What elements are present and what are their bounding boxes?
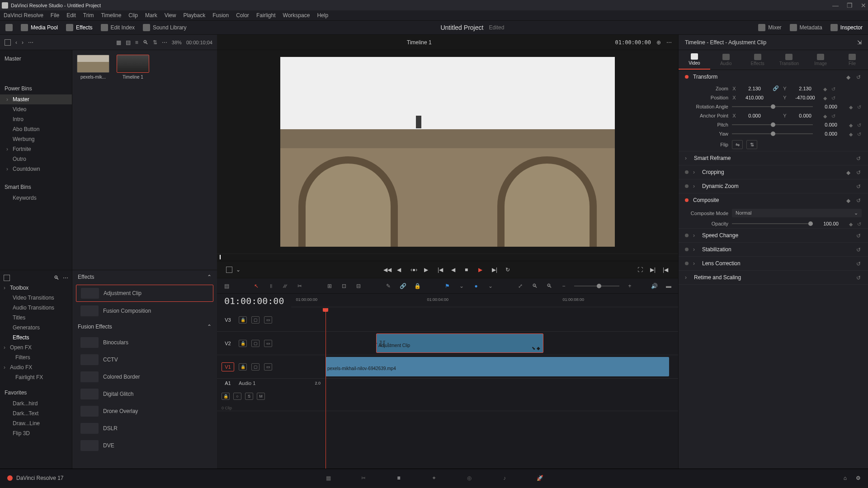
collapse-button[interactable]: ⌃	[207, 274, 212, 280]
bin-item[interactable]: Werbung	[0, 134, 72, 144]
flag-dropdown[interactable]: ⌄	[458, 282, 466, 290]
enable-dot[interactable]	[685, 198, 689, 202]
section-header[interactable]: Transform◆↺	[679, 70, 868, 84]
bin-item[interactable]: Countdown	[0, 164, 72, 174]
auto-select-button[interactable]: ▢	[251, 316, 259, 324]
media-page-button[interactable]: ▦	[323, 473, 333, 483]
fx-item[interactable]: Fusion Composition	[76, 303, 213, 319]
auto-select-button[interactable]: ▢	[251, 340, 259, 347]
play-back-button[interactable]: ◀	[451, 267, 458, 273]
media-thumb[interactable]: Timeline 1	[117, 55, 149, 80]
fx-search-button[interactable]: 🔍︎	[54, 275, 59, 281]
cut-page-button[interactable]: ✂	[359, 473, 368, 483]
reset-button[interactable]: ↺	[857, 131, 862, 136]
fx-tree-item[interactable]: Generators	[0, 323, 72, 333]
track-header-a1[interactable]: A1 Audio 1 2.0 🔒 ○ S M 0 Clip	[217, 379, 325, 411]
playhead[interactable]	[326, 308, 326, 469]
pos-y-input[interactable]	[791, 95, 820, 100]
insert-button[interactable]: ⊞	[326, 282, 334, 290]
menu-item[interactable]: DaVinci Resolve	[4, 12, 43, 19]
prev-clip-button[interactable]: ◀◀	[383, 267, 390, 273]
timeline-view-button[interactable]: ▤	[222, 282, 231, 290]
fx-more-button[interactable]: ⋯	[63, 275, 68, 281]
track-area[interactable]: ·⟧⟦· Adjustment Clip ⬊ ◆ pexels-mikhail-…	[326, 308, 678, 469]
media-pool-button[interactable]: Media Pool	[21, 24, 58, 31]
media-thumb[interactable]: pexels-mik...	[77, 55, 109, 80]
reset-button[interactable]: ↺	[856, 275, 862, 280]
keyframe-button[interactable]: ◆	[849, 221, 854, 226]
enable-dot[interactable]	[685, 170, 689, 174]
flip-v-button[interactable]: ⇅	[746, 140, 757, 149]
slider-handle[interactable]	[771, 131, 775, 136]
flip-h-button[interactable]: ⇋	[732, 140, 743, 149]
fx-tree-openfx[interactable]: Open FX	[0, 343, 72, 352]
keyframe-button[interactable]: ◆	[849, 131, 854, 136]
slider-handle[interactable]	[771, 122, 775, 127]
home-button[interactable]: ⌂	[844, 475, 847, 481]
thumb-image[interactable]	[77, 55, 109, 73]
trim-tool[interactable]: ⫴	[267, 282, 275, 290]
clip-resize-handle[interactable]: ·⟧⟦·	[376, 340, 390, 347]
lock-button[interactable]: 🔒	[413, 282, 421, 290]
menu-item[interactable]: Workspace	[283, 12, 310, 19]
menu-item[interactable]: Help	[317, 12, 328, 19]
deliver-page-button[interactable]: 🚀	[535, 473, 545, 483]
mute-button[interactable]: M	[257, 393, 265, 400]
solo-button[interactable]: S	[245, 393, 253, 400]
bin-item[interactable]: Video	[0, 104, 72, 114]
overwrite-button[interactable]: ⊡	[340, 282, 348, 290]
zoom-y-input[interactable]	[791, 86, 820, 91]
keyframe-button[interactable]: ◆	[846, 169, 852, 175]
reset-button[interactable]: ↺	[831, 86, 836, 91]
disable-button[interactable]: ▭	[264, 363, 272, 371]
goto-end-button[interactable]: ▶|	[492, 267, 498, 273]
menu-item[interactable]: Playback	[183, 12, 205, 19]
clip-video[interactable]: pexels-mikhail-nilov-6942639.mp4	[326, 357, 669, 376]
flag-button[interactable]: ⚑	[443, 282, 451, 290]
reset-button[interactable]: ↺	[857, 122, 862, 127]
effects-button[interactable]: Effects	[66, 24, 92, 31]
maximize-button[interactable]: ❐	[847, 2, 853, 9]
section-header[interactable]: ›Cropping◆↺	[679, 165, 868, 179]
track-v3[interactable]	[326, 308, 678, 332]
reset-button[interactable]: ↺	[856, 233, 862, 238]
section-header[interactable]: Composite◆↺	[679, 193, 868, 207]
keyframe-button[interactable]: ◆	[849, 122, 854, 127]
sort-button[interactable]: ⇅	[153, 39, 157, 46]
anchor-y-input[interactable]	[791, 113, 820, 118]
thumb-image[interactable]	[117, 55, 149, 73]
search-button[interactable]: 🔍︎	[143, 39, 148, 46]
track-name[interactable]: V1	[222, 362, 234, 371]
collapse-button[interactable]: ⌃	[207, 324, 212, 330]
lock-button[interactable]: 🔒	[239, 340, 247, 347]
section-header[interactable]: ›Dynamic Zoom↺	[679, 179, 868, 193]
link-icon[interactable]: 🔗	[773, 85, 779, 91]
next-edit-button[interactable]: ▶|	[650, 267, 656, 273]
link-button[interactable]: 🔗	[399, 282, 407, 290]
rotation-input[interactable]	[816, 104, 845, 109]
viewer[interactable]	[217, 50, 678, 253]
grid-view-button[interactable]: ▤	[126, 39, 131, 46]
viewer-mode-button[interactable]	[226, 267, 232, 273]
track-v1[interactable]: pexels-mikhail-nilov-6942639.mp4	[326, 355, 678, 379]
dynamic-trim-tool[interactable]: ⫻	[281, 282, 289, 290]
fx-item[interactable]: CCTV	[76, 352, 213, 368]
metadata-button[interactable]: Metadata	[790, 24, 822, 31]
viewer-dropdown[interactable]: ⌄	[236, 267, 241, 273]
nav-fwd-button[interactable]: ›	[22, 39, 24, 46]
enable-dot[interactable]	[685, 75, 689, 79]
viewer-menu-button[interactable]: ⋯	[666, 39, 672, 46]
favorite-item[interactable]: Flip 3D	[0, 428, 72, 438]
track-v2[interactable]: ·⟧⟦· Adjustment Clip ⬊ ◆	[326, 332, 678, 355]
keyframe-button[interactable]: ◆	[846, 197, 852, 203]
match-frame-button[interactable]: ⛶	[637, 267, 644, 273]
menu-item[interactable]: Color	[236, 12, 249, 19]
track-header-v2[interactable]: V2 🔒 ▢ ▭	[217, 332, 325, 355]
fx-item[interactable]: DSLR	[76, 420, 213, 436]
inspector-tab-video[interactable]: Video	[679, 50, 710, 70]
blade-tool[interactable]: ✂	[296, 282, 304, 290]
fade-icon[interactable]: ⬊ ◆	[532, 346, 540, 351]
fx-item[interactable]: Colored Border	[76, 369, 213, 385]
menu-item[interactable]: Fairlight	[256, 12, 276, 19]
opacity-input[interactable]	[816, 221, 845, 226]
